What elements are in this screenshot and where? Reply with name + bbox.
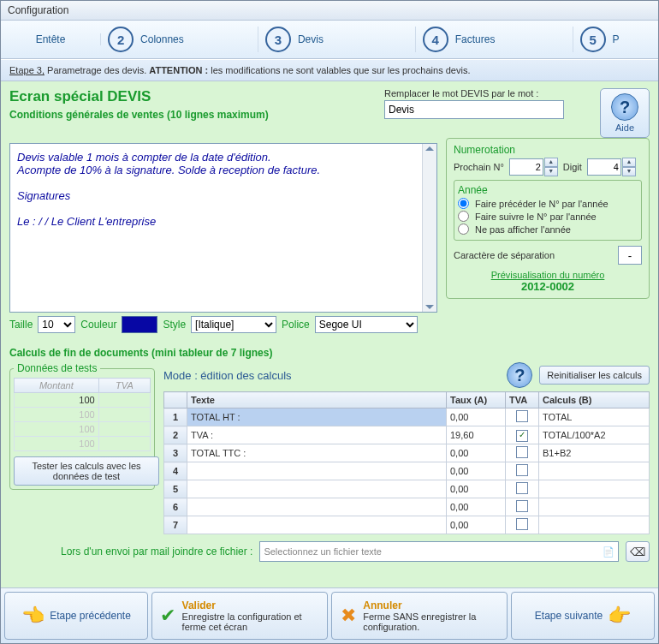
checkbox-icon[interactable] xyxy=(516,482,528,494)
texte-cell[interactable]: TOTAL TTC : xyxy=(187,444,447,462)
test-calculs-button[interactable]: Tester les calculs avec les données de t… xyxy=(14,456,159,486)
prochain-input[interactable] xyxy=(509,158,543,176)
annee-opt2-label: Faire suivre le N° par l'année xyxy=(475,212,597,222)
browse-icon[interactable]: 📄 xyxy=(603,546,614,558)
tva-cell[interactable] xyxy=(506,480,539,498)
texte-cell[interactable] xyxy=(187,462,447,480)
tests-grid[interactable]: MontantTVA 100 100 100 100 xyxy=(14,378,151,451)
taux-cell[interactable]: 0,00 xyxy=(447,462,506,480)
tva-cell[interactable]: ✓ xyxy=(506,426,539,444)
calcul-cell[interactable] xyxy=(539,516,650,534)
test-cell[interactable] xyxy=(98,393,150,408)
footer: 👈 Etape précédente ✔ ValiderEnregistre l… xyxy=(1,587,658,643)
test-cell[interactable]: 100 xyxy=(15,437,99,451)
calculs-grid[interactable]: Texte Taux (A) TVA Calculs (B) 1TOTAL HT… xyxy=(163,391,650,534)
test-cell[interactable] xyxy=(98,437,150,451)
prev-step-button[interactable]: 👈 Etape précédente xyxy=(4,592,148,640)
wizard-step-entete[interactable]: Entête xyxy=(1,33,101,45)
test-cell[interactable]: 100 xyxy=(15,408,99,422)
digit-spinner[interactable]: ▲▼ xyxy=(587,158,636,176)
taux-cell[interactable]: 0,00 xyxy=(447,498,506,516)
checkbox-icon[interactable] xyxy=(516,518,528,530)
taux-cell[interactable]: 0,00 xyxy=(447,516,506,534)
digit-input[interactable] xyxy=(587,158,621,176)
preview-link[interactable]: Prévisualisation du numéro xyxy=(454,270,642,280)
erase-file-button[interactable]: ⌫ xyxy=(626,541,650,562)
checkbox-icon[interactable] xyxy=(516,500,528,512)
hand-right-icon: 👉 xyxy=(608,606,631,625)
test-cell[interactable]: 100 xyxy=(15,422,99,437)
taux-cell[interactable]: 0,00 xyxy=(447,480,506,498)
spin-up-icon[interactable]: ▲ xyxy=(622,158,636,167)
sep-input[interactable] xyxy=(618,246,642,265)
row-header: 3 xyxy=(164,444,187,462)
eraser-icon: ⌫ xyxy=(630,546,645,558)
tva-cell[interactable] xyxy=(506,462,539,480)
attention-bar: Etape 3, Parametrage des devis. ATTENTIO… xyxy=(1,59,658,81)
wizard-step-label: Factures xyxy=(455,33,496,45)
annee-opt2-radio[interactable] xyxy=(458,211,469,222)
wizard-step-factures[interactable]: 4Factures xyxy=(416,27,573,52)
police-select[interactable]: Segoe UI xyxy=(315,316,418,333)
annee-opt3-radio[interactable] xyxy=(458,224,469,235)
next-label: Etape suivante xyxy=(535,610,603,622)
checkbox-icon[interactable] xyxy=(516,446,528,458)
replace-devis-input[interactable] xyxy=(384,100,564,119)
col-tva: TVA xyxy=(506,392,539,408)
tva-cell[interactable] xyxy=(506,498,539,516)
calcul-cell[interactable]: TOTAL xyxy=(539,408,650,426)
help-button[interactable]: ? Aide xyxy=(600,88,650,138)
test-cell[interactable] xyxy=(98,408,150,422)
spin-up-icon[interactable]: ▲ xyxy=(544,158,558,167)
taux-cell[interactable]: 0,00 xyxy=(447,444,506,462)
check-icon: ✔ xyxy=(159,604,177,628)
scrollbar[interactable] xyxy=(422,144,436,312)
calcul-cell[interactable]: TOTAL/100*A2 xyxy=(539,426,650,444)
prochain-spinner[interactable]: ▲▼ xyxy=(509,158,558,176)
mail-label: Lors d'un envoi par mail joindre ce fich… xyxy=(9,546,252,558)
texte-cell[interactable] xyxy=(187,516,447,534)
texte-cell[interactable] xyxy=(187,498,447,516)
tva-cell[interactable] xyxy=(506,444,539,462)
conditions-textarea[interactable]: Devis valable 1 mois à compter de la dat… xyxy=(9,143,437,313)
checkbox-icon[interactable] xyxy=(516,410,528,422)
row-header: 6 xyxy=(164,498,187,516)
reset-calculs-button[interactable]: Reinitialiser les calculs xyxy=(539,366,650,385)
annuler-button[interactable]: ✖ AnnulerFerme SANS enregistrer la confi… xyxy=(331,592,508,640)
style-select[interactable]: [Italique] xyxy=(191,316,276,333)
prochain-label: Prochain N° xyxy=(454,162,504,172)
taux-cell[interactable]: 19,60 xyxy=(447,426,506,444)
annee-opt1-radio[interactable] xyxy=(458,198,469,209)
texte-cell[interactable]: TOTAL HT : xyxy=(187,408,447,426)
calcul-cell[interactable]: B1+B2 xyxy=(539,444,650,462)
tva-cell[interactable] xyxy=(506,408,539,426)
valider-button[interactable]: ✔ ValiderEnregistre la configuration et … xyxy=(151,592,328,640)
sep-label: Caractère de séparation xyxy=(454,250,555,260)
mail-placeholder: Selectionnez un fichier texte xyxy=(264,546,382,557)
texte-cell[interactable] xyxy=(187,480,447,498)
next-step-button[interactable]: Etape suivante 👉 xyxy=(511,592,655,640)
wizard-nav: Entête 2Colonnes 3Devis 4Factures 5P xyxy=(1,21,658,59)
wizard-step-next[interactable]: 5P xyxy=(573,27,658,52)
wizard-step-colonnes[interactable]: 2Colonnes xyxy=(101,27,258,52)
taille-select[interactable]: 10 xyxy=(38,316,75,333)
calcul-cell[interactable] xyxy=(539,462,650,480)
tva-cell[interactable] xyxy=(506,516,539,534)
taux-cell[interactable]: 0,00 xyxy=(447,408,506,426)
couleur-label: Couleur xyxy=(80,319,116,331)
test-cell[interactable]: 100 xyxy=(15,393,99,408)
calcul-cell[interactable] xyxy=(539,480,650,498)
prev-label: Etape précédente xyxy=(50,610,131,622)
test-cell[interactable] xyxy=(98,422,150,437)
wizard-step-devis[interactable]: 3Devis xyxy=(258,27,416,52)
texte-cell[interactable]: TVA : xyxy=(187,426,447,444)
spin-down-icon[interactable]: ▼ xyxy=(622,167,636,176)
calcul-cell[interactable] xyxy=(539,498,650,516)
checkbox-icon[interactable] xyxy=(516,464,528,476)
spin-down-icon[interactable]: ▼ xyxy=(544,167,558,176)
calc-help-icon[interactable]: ? xyxy=(507,362,532,388)
replace-label: Remplacer le mot DEVIS par le mot : xyxy=(384,88,590,98)
mail-file-input[interactable]: Selectionnez un fichier texte 📄 xyxy=(259,541,619,562)
couleur-swatch[interactable] xyxy=(122,316,157,333)
checkbox-icon[interactable]: ✓ xyxy=(516,430,528,442)
